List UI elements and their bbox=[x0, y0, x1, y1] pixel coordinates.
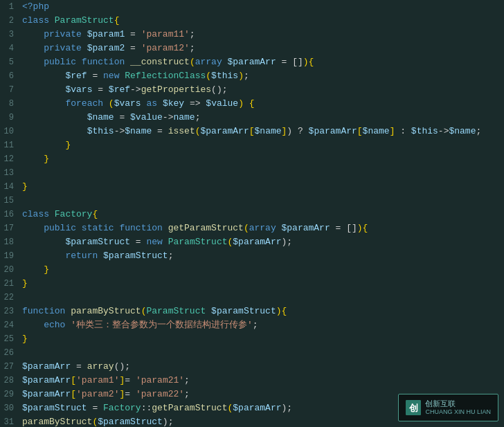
token: getParamStruct bbox=[168, 223, 244, 233]
token: $name bbox=[125, 126, 152, 136]
token: class bbox=[22, 15, 55, 26]
line-number: 31 bbox=[0, 415, 22, 427]
token: 'param22' bbox=[136, 389, 184, 399]
line-number: 15 bbox=[0, 194, 22, 208]
token: $paramStruct bbox=[65, 237, 130, 247]
token: $paramStruct bbox=[22, 403, 87, 413]
token: private bbox=[22, 29, 87, 39]
token: } bbox=[22, 140, 71, 150]
line-row: 23function paramByStruct(ParamStruct $pa… bbox=[0, 305, 504, 318]
token: = bbox=[71, 361, 87, 372]
token: $paramArr bbox=[233, 403, 281, 413]
token: $this bbox=[411, 126, 438, 136]
line-code bbox=[22, 291, 504, 305]
line-row: 8 foreach ($vars as $key => $value) { bbox=[0, 97, 504, 111]
token: $paramArr bbox=[282, 223, 330, 233]
token: ) bbox=[303, 57, 309, 67]
token bbox=[22, 320, 44, 330]
token: public bbox=[22, 57, 82, 67]
token: $paramArr bbox=[201, 126, 249, 136]
token: = bbox=[276, 57, 292, 67]
token: $param1 bbox=[87, 29, 125, 39]
token: = bbox=[330, 223, 346, 233]
token bbox=[22, 237, 65, 247]
token: } bbox=[22, 278, 28, 289]
line-row: 27$paramArr = array(); bbox=[0, 360, 504, 374]
line-row: 12 } bbox=[0, 152, 504, 166]
token: array bbox=[249, 223, 282, 233]
line-number: 28 bbox=[0, 374, 22, 388]
token: $paramArr bbox=[22, 361, 71, 372]
line-row: 20 } bbox=[0, 263, 504, 277]
token: = bbox=[125, 29, 141, 39]
line-row: 15 bbox=[0, 194, 504, 208]
token: $param2 bbox=[87, 43, 125, 53]
line-code: class ParamStruct{ bbox=[22, 14, 504, 28]
token: $vars bbox=[114, 98, 141, 109]
token: class bbox=[22, 209, 55, 219]
token: <?php bbox=[22, 1, 49, 12]
token: ) bbox=[238, 71, 244, 81]
line-code: } bbox=[22, 332, 504, 346]
token: } bbox=[22, 334, 28, 344]
token: ParamStruct bbox=[168, 237, 228, 247]
line-number: 13 bbox=[0, 166, 22, 180]
token: : bbox=[395, 126, 411, 136]
token: Factory bbox=[55, 209, 93, 219]
line-code: $paramArr = array(); bbox=[22, 360, 504, 374]
line-number: 18 bbox=[0, 235, 22, 249]
token: } bbox=[22, 181, 28, 192]
token: foreach bbox=[65, 98, 108, 109]
token: $value bbox=[130, 112, 163, 122]
line-row: 17 public static function getParamStruct… bbox=[0, 221, 504, 235]
token: $paramArr bbox=[22, 389, 71, 399]
token: { bbox=[363, 223, 368, 233]
line-number: 7 bbox=[0, 83, 22, 97]
token bbox=[22, 251, 65, 261]
token bbox=[22, 84, 65, 95]
token: ); bbox=[282, 403, 293, 413]
token: = bbox=[87, 71, 103, 81]
code-content: 1<?php2class ParamStruct{3 private $para… bbox=[0, 0, 504, 427]
token: getParamStruct bbox=[152, 403, 227, 413]
token: ParamStruct bbox=[55, 15, 114, 26]
line-code: $name = $value->name; bbox=[22, 111, 504, 125]
line-row: 9 $name = $value->name; bbox=[0, 111, 504, 125]
token: $paramStruct bbox=[98, 417, 163, 427]
line-row: 14} bbox=[0, 180, 504, 194]
line-row: 7 $vars = $ref->getProperties(); bbox=[0, 83, 504, 97]
token: function bbox=[82, 57, 130, 67]
token: = bbox=[130, 237, 146, 247]
token: $paramArr bbox=[228, 57, 276, 67]
token: $key bbox=[163, 98, 184, 109]
line-row: 1<?php bbox=[0, 0, 504, 14]
token bbox=[22, 126, 87, 136]
token: { bbox=[309, 57, 314, 67]
token: array bbox=[195, 57, 228, 67]
line-number: 26 bbox=[0, 346, 22, 360]
line-row: 26 bbox=[0, 346, 504, 360]
token: paramByStruct bbox=[71, 306, 141, 316]
token: '种类三：整合参数为一个数据结构进行传参' bbox=[71, 320, 253, 330]
line-number: 5 bbox=[0, 55, 22, 69]
token: = bbox=[92, 84, 108, 95]
line-code: } bbox=[22, 263, 504, 277]
line-number: 6 bbox=[0, 69, 22, 83]
line-number: 29 bbox=[0, 388, 22, 401]
line-code: private $param2 = 'param12'; bbox=[22, 42, 504, 55]
token: paramByStruct bbox=[22, 417, 92, 427]
token: [ bbox=[357, 126, 363, 136]
line-row: 22 bbox=[0, 291, 504, 305]
token: :: bbox=[141, 403, 152, 413]
token: $vars bbox=[65, 84, 92, 95]
line-number: 2 bbox=[0, 14, 22, 28]
line-code: $paramStruct = new ParamStruct($paramArr… bbox=[22, 235, 504, 249]
line-number: 12 bbox=[0, 152, 22, 166]
token: ; bbox=[190, 43, 195, 53]
token: (); bbox=[211, 84, 227, 95]
line-number: 3 bbox=[0, 28, 22, 42]
line-code: $paramArr['param1']= 'param21'; bbox=[22, 374, 504, 388]
token: private bbox=[22, 43, 87, 53]
token: ( bbox=[190, 57, 195, 67]
line-number: 1 bbox=[0, 0, 22, 14]
